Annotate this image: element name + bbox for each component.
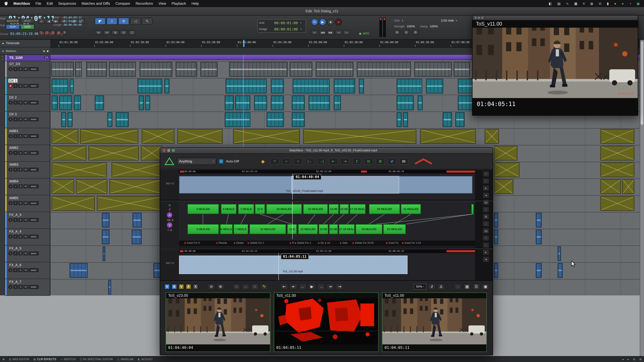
audio-clip[interactable]	[52, 196, 95, 211]
audio-clip[interactable]	[418, 95, 422, 110]
audio-clip[interactable]	[316, 62, 354, 77]
audio-clip[interactable]	[86, 62, 107, 77]
menu-item[interactable]: File	[36, 1, 41, 5]
video-badge[interactable]: V	[167, 222, 172, 228]
matchbox-ruler-bottom[interactable]: 01:00:00:0001:02:55:1401:05:51:0401:08:4…	[179, 249, 475, 254]
audio-clip[interactable]	[225, 112, 250, 127]
difference-marker[interactable]: ◆ Insert Fo	[386, 241, 398, 244]
difference-marker[interactable]: ◆ Delete	[234, 241, 244, 244]
audio-clip[interactable]	[52, 163, 107, 177]
healed-segment[interactable]: 19 HEALED	[356, 224, 382, 234]
grid-resolution-value[interactable]: 1/16 note	[441, 19, 454, 22]
track-header[interactable]: TS_1100 24 ● I S M wave	[5, 55, 50, 61]
audio-clip[interactable]	[109, 62, 136, 77]
track-name[interactable]: AMB4	[8, 179, 19, 183]
track-view-selector[interactable]: wave	[28, 285, 38, 289]
edit-tool-button[interactable]: I	[106, 17, 118, 25]
nudge-right-button-2[interactable]: ▸	[482, 249, 489, 255]
audio-clip[interactable]	[139, 95, 144, 110]
grid-value[interactable]: 00:00:01:00	[274, 21, 299, 25]
auto-diff-checkbox[interactable]: ✓	[219, 159, 224, 164]
audio-clip[interactable]	[308, 95, 330, 110]
audio-clip[interactable]	[97, 196, 162, 211]
audio-clip[interactable]	[290, 62, 312, 77]
grid-tool-icon[interactable]: ⚙	[412, 30, 418, 35]
grid-tool-icon[interactable]: ⊕	[394, 30, 400, 35]
scroll-corner-button[interactable]: ⊟	[633, 358, 635, 361]
audio-clip[interactable]	[52, 79, 68, 93]
mute-button[interactable]: M	[24, 151, 28, 155]
healed-segment[interactable]: 15 HE	[329, 224, 338, 234]
healed-segment[interactable]: 6 HEALE	[221, 204, 236, 214]
audio-clip[interactable]	[108, 280, 111, 295]
audio-clip[interactable]	[397, 95, 414, 110]
input-monitor-button[interactable]: I	[14, 201, 18, 205]
comparison-thumbnail[interactable]: ToS_v11.00 01:04:05:11	[382, 293, 487, 352]
match-to-end-button[interactable]: →]	[317, 158, 326, 165]
comparison-thumbnail[interactable]: ToS_v23.00 01:04:40:04	[166, 293, 270, 352]
audio-clip[interactable]	[80, 129, 138, 144]
audio-clip[interactable]	[403, 112, 408, 127]
audio-clip[interactable]	[600, 179, 621, 194]
audio-a-toggle[interactable]: A	[172, 284, 177, 289]
matchbox-window[interactable]: ×−+ Matchbox - ToS_v11.00.mp4_fr_ToS_v23…	[160, 147, 493, 355]
scroll-corner-button[interactable]: ⊞	[640, 358, 642, 361]
audio-clip[interactable]	[271, 79, 284, 93]
apple-menu-icon[interactable]	[4, 1, 8, 6]
edit-tool-button[interactable]: ◁	[130, 17, 141, 25]
input-monitor-button[interactable]: I	[14, 101, 18, 104]
bottom-tab[interactable]: ∿ REPITCH	[60, 358, 76, 361]
spot-mode-button[interactable]: SPOT	[20, 18, 34, 23]
healed-segment[interactable]: 2 HEALED	[188, 224, 219, 234]
prev-match-button[interactable]: ↞	[290, 284, 297, 290]
track-name[interactable]: FX_A_7	[8, 280, 22, 284]
input-monitor-button[interactable]: I	[14, 184, 18, 188]
status-icon[interactable]: ●	[614, 2, 616, 5]
audio-clip[interactable]	[132, 213, 142, 228]
healed-segment[interactable]: 21 HEALED	[401, 204, 421, 214]
zoom-in-track-button[interactable]: +	[482, 171, 489, 177]
mute-button[interactable]: M	[24, 84, 28, 88]
reference-timecode-box[interactable]: 01:04:40:04	[294, 174, 321, 180]
audio-clip[interactable]	[359, 79, 364, 93]
audio-clip[interactable]	[414, 62, 452, 77]
edit-option-button[interactable]: ⇄	[103, 30, 111, 35]
delta-button[interactable]: Δ	[437, 284, 445, 290]
track-view-selector[interactable]: wave	[28, 134, 38, 138]
link-panes-button[interactable]: ⧉	[482, 214, 489, 220]
audio-clip[interactable]	[88, 146, 139, 160]
step-back-button[interactable]: ←	[299, 284, 306, 290]
healed-segment[interactable]: 21 HEALED	[383, 224, 406, 234]
bottom-tab[interactable]: ▒ RX SPECTRAL EDITOR	[80, 358, 113, 361]
audio-clip[interactable]	[103, 246, 105, 261]
healed-segment[interactable]: 7 HEALE	[238, 204, 254, 214]
audio-clip[interactable]	[145, 95, 150, 110]
video-a-toggle[interactable]: V	[164, 284, 170, 289]
window-dot-icon[interactable]	[474, 17, 477, 19]
track-header[interactable]: FX_A_6 ● I S M wave	[5, 262, 50, 279]
audio-clip[interactable]	[267, 112, 284, 127]
play-button[interactable]: ▶	[308, 284, 316, 290]
healed-segment[interactable]: 11 H	[287, 224, 297, 234]
current-sequence-panel[interactable]: REF V1 01:00:00:0001:02:55:1401:05:51:04…	[160, 249, 493, 281]
record-arm-button[interactable]: ●	[8, 101, 12, 104]
nudge-left-button-2[interactable]: ◂	[482, 256, 489, 262]
audio-clip[interactable]	[536, 213, 542, 228]
next-match-button[interactable]: ↠	[326, 284, 334, 290]
audio-clip[interactable]	[420, 129, 476, 144]
markers-expand-icon[interactable]: ▸	[2, 49, 4, 53]
record-arm-button[interactable]: ●	[8, 268, 12, 272]
audio-clip[interactable]	[102, 230, 110, 244]
track-view-selector[interactable]: wave	[28, 268, 38, 272]
healed-segment[interactable]: 17 18 HEAL	[339, 224, 355, 234]
app-menu[interactable]: Matchbox	[14, 1, 30, 5]
nudge-value[interactable]: 00:00:01:00	[274, 27, 299, 31]
track-header[interactable]: AMB1 ● I S M wave	[5, 128, 50, 145]
difference-toggle[interactable]: X	[193, 284, 198, 289]
menu-item[interactable]: Edit	[47, 1, 53, 5]
record-arm-button[interactable]: ●	[8, 117, 12, 121]
layout-toggle-icon[interactable]: ▣	[482, 284, 489, 290]
zoom-in-button[interactable]: ⊕	[217, 284, 224, 290]
audio-clip[interactable]	[61, 112, 66, 127]
record-arm-button[interactable]: ●	[8, 134, 12, 138]
